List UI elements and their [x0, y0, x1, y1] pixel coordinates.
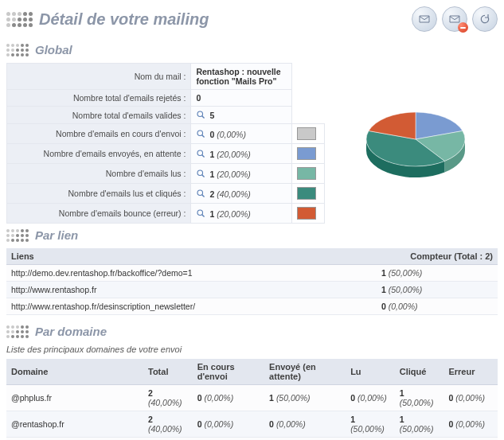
action-icons [412, 6, 498, 32]
svg-line-9 [202, 194, 205, 197]
legend-swatch [292, 184, 325, 204]
page-title: Détail de votre mailing [39, 10, 209, 29]
links-table: Liens Compteur (Total : 2) http://demo.d… [6, 248, 498, 315]
table-row: http://www.rentashop.fr/desinscription_n… [6, 298, 498, 315]
domain-cell: 0 (0,00%) [193, 411, 264, 438]
stat-label: Nombre d'emails bounce (erreur) : [7, 204, 191, 224]
section-head-global: Global [6, 43, 498, 56]
link-url[interactable]: http://www.rentashop.fr [6, 282, 377, 298]
stat-value: 0 [191, 90, 292, 107]
table-row: @phplus.fr2 (40,00%)0 (0,00%)1 (50,00%)0… [6, 385, 498, 411]
mail-button[interactable] [412, 6, 437, 32]
domain-cell: 1 (50,00%) [395, 385, 444, 411]
svg-line-3 [202, 134, 205, 137]
table-row: Nombre total d'emails valides :5 [7, 107, 325, 124]
link-url[interactable]: http://www.rentashop.fr/desinscription_n… [6, 298, 377, 315]
bullet-icon [6, 44, 29, 56]
zoom-icon[interactable] [196, 149, 206, 159]
stat-value: 2 (40,00%) [191, 184, 292, 204]
table-row: Nom du mail :Rentashop : nouvelle foncti… [7, 64, 325, 90]
table-row: Nombre d'emails lus et cliqués :2 (40,00… [7, 184, 325, 204]
svg-point-10 [197, 210, 203, 216]
col-domain: Domaine [6, 359, 143, 385]
mail-remove-button[interactable] [442, 6, 467, 32]
stat-value: 1 (20,00%) [191, 164, 292, 184]
domain-cell: 1 (50,00%) [346, 411, 395, 438]
domain-table: DomaineTotalEn cours d'envoiEnvoyé (en a… [6, 359, 498, 440]
svg-point-6 [197, 170, 203, 176]
stat-label: Nom du mail : [7, 64, 191, 90]
col-counter: Compteur (Total : 2) [377, 248, 498, 265]
stat-value: Rentashop : nouvelle fonction "Mails Pro… [191, 64, 292, 90]
legend-swatch [292, 144, 325, 164]
svg-line-11 [202, 214, 205, 216]
domain-cell: 0 (0,00%) [346, 438, 395, 441]
section-title-global: Global [35, 43, 72, 56]
svg-line-7 [202, 174, 205, 177]
table-row: Nombre d'emails bounce (erreur) :1 (20,0… [7, 204, 325, 224]
link-count: 1 (50,00%) [377, 265, 498, 282]
col-sending: En cours d'envoi [193, 359, 264, 385]
table-row: Nombre total d'emails rejetés :0 [7, 90, 325, 107]
domain-cell: 1 (20,00%) [143, 438, 193, 441]
table-row: @rentashop.fr2 (40,00%)0 (0,00%)0 (0,00%… [6, 411, 498, 438]
table-row: http://www.rentashop.fr1 (50,00%) [6, 282, 498, 298]
section-head-pardomaine: Par domaine [6, 325, 498, 338]
svg-line-5 [202, 154, 205, 157]
zoom-icon[interactable] [196, 110, 206, 120]
domain-cell: 0 (0,00%) [193, 438, 264, 441]
link-url[interactable]: http://demo.dev.rentashop.fr/backoffice/… [6, 265, 377, 282]
stat-value: 0 (0,00%) [191, 124, 292, 144]
legend-swatch [292, 164, 325, 184]
stat-label: Nombre total d'emails rejetés : [7, 90, 191, 107]
legend-swatch [292, 124, 325, 144]
stat-label: Nombre total d'emails valides : [7, 107, 191, 124]
stat-label: Nombre d'emails lus : [7, 164, 191, 184]
domain-cell: 0 (0,00%) [443, 411, 498, 438]
stat-value: 1 (20,00%) [191, 204, 292, 224]
pie-chart [333, 63, 498, 224]
domain-cell: 1 (50,00%) [264, 385, 346, 411]
table-row: Nombre d'emails en cours d'envoi :0 (0,0… [7, 124, 325, 144]
remove-badge-icon [458, 22, 468, 33]
table-row: http://demo.dev.rentashop.fr/backoffice/… [6, 265, 498, 282]
domain-cell: 1 (50,00%) [395, 411, 444, 438]
domain-name: @exemple-email-en-erreur.com [6, 438, 143, 441]
col-links: Liens [6, 248, 377, 265]
stat-label: Nombre d'emails lus et cliqués : [7, 184, 191, 204]
svg-point-4 [197, 150, 203, 156]
svg-point-8 [197, 190, 203, 196]
table-row: @exemple-email-en-erreur.com1 (20,00%)0 … [6, 438, 498, 441]
svg-point-2 [197, 130, 203, 136]
stat-label: Nombre d'emails envoyés, en attente : [7, 144, 191, 164]
page-header: Détail de votre mailing [6, 6, 498, 32]
pardomaine-subtitle: Liste des principaux domaines de votre e… [6, 345, 498, 354]
bullet-icon [6, 229, 29, 242]
col-total: Total [143, 359, 193, 385]
link-count: 1 (50,00%) [377, 282, 498, 298]
section-head-parlien: Par lien [6, 228, 498, 242]
domain-cell: 0 (0,00%) [395, 438, 444, 441]
legend-swatch [292, 204, 325, 224]
domain-name: @rentashop.fr [6, 411, 143, 438]
refresh-button[interactable] [472, 6, 498, 32]
section-title-pardomaine: Par domaine [35, 325, 107, 338]
domain-cell: 0 (0,00%) [193, 385, 264, 411]
title-bullet-icon [6, 12, 33, 27]
domain-cell: 0 (0,00%) [346, 385, 395, 411]
domain-cell: 0 (0,00%) [264, 438, 346, 441]
domain-cell: 0 (0,00%) [264, 411, 346, 438]
table-row: Nombre d'emails envoyés, en attente :1 (… [7, 144, 325, 164]
zoom-icon[interactable] [196, 169, 206, 179]
global-stats-table: Nom du mail :Rentashop : nouvelle foncti… [6, 63, 325, 224]
col-error: Erreur [443, 359, 498, 385]
bullet-icon [6, 325, 29, 338]
zoom-icon[interactable] [196, 208, 206, 219]
zoom-icon[interactable] [196, 129, 206, 139]
stat-value: 1 (20,00%) [191, 144, 292, 164]
svg-point-0 [197, 111, 203, 117]
zoom-icon[interactable] [196, 189, 206, 199]
col-clicked: Cliqué [395, 359, 444, 385]
col-sent: Envoyé (en attente) [264, 359, 346, 385]
link-count: 0 (0,00%) [377, 298, 498, 315]
